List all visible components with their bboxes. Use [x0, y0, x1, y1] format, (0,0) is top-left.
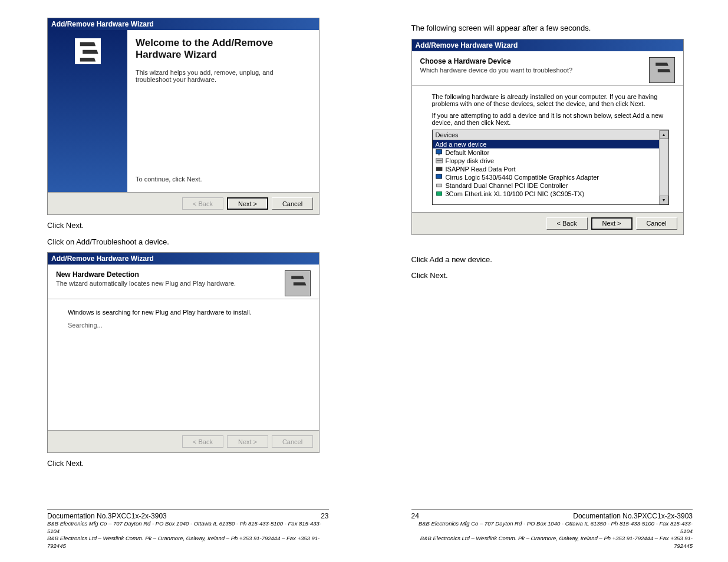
choose-para1: The following hardware is already instal… — [432, 93, 669, 107]
port-icon — [436, 166, 443, 173]
back-button: < Back — [182, 435, 223, 448]
list-item[interactable]: Floppy disk drive — [433, 157, 668, 165]
display-adapter-icon — [436, 174, 443, 181]
header-heading: Choose a Hardware Device — [420, 57, 644, 65]
cancel-button: Cancel — [272, 435, 313, 448]
list-items: Add a new device Default Monitor Floppy … — [433, 140, 668, 198]
back-button[interactable]: < Back — [546, 217, 588, 230]
scroll-up-icon[interactable]: ▴ — [660, 130, 668, 139]
list-item-label: Default Monitor — [446, 149, 490, 156]
page-number: 24 — [411, 512, 419, 520]
back-button: < Back — [182, 197, 223, 210]
instruction-text: Click Next. — [47, 458, 329, 470]
instruction-text: The following screen will appear after a… — [411, 22, 693, 34]
next-button[interactable]: Next > — [591, 217, 633, 230]
svg-rect-0 — [436, 149, 442, 153]
list-item[interactable]: Add a new device — [433, 140, 668, 148]
dialog-title: Add/Remove Hardware Wizard — [48, 18, 319, 30]
footer-line2: B&B Electronics Ltd – Westlink Comm. Pk … — [47, 535, 329, 550]
instruction-text: Click Next. — [411, 270, 693, 282]
next-button[interactable]: Next > — [227, 197, 268, 210]
searching-label: Searching... — [68, 322, 305, 329]
wizard-icon — [75, 38, 101, 64]
detection-body: Windows is searching for new Plug and Pl… — [48, 299, 319, 430]
svg-rect-5 — [436, 174, 442, 178]
welcome-body: Welcome to the Add/Remove Hardware Wizar… — [48, 30, 319, 192]
welcome-desc: This wizard helps you add, remove, unplu… — [136, 69, 311, 83]
wizard-sidebar — [48, 30, 127, 192]
scroll-down-icon[interactable]: ▾ — [660, 196, 668, 204]
list-item-label: Standard Dual Channel PCI IDE Controller — [446, 182, 568, 189]
right-content: The following screen will appear after a… — [411, 18, 693, 505]
button-row: < Back Next > Cancel — [48, 430, 319, 452]
button-row: < Back Next > Cancel — [412, 212, 683, 234]
svg-rect-3 — [436, 160, 442, 160]
choose-para2: If you are attempting to add a device an… — [432, 112, 669, 126]
list-item[interactable]: ISAPNP Read Data Port — [433, 165, 668, 173]
wizard-icon — [649, 57, 675, 83]
button-row: < Back Next > Cancel — [48, 192, 319, 214]
list-item-label: ISAPNP Read Data Port — [446, 166, 516, 173]
ide-icon — [436, 182, 443, 189]
dialog-title: Add/Remove Hardware Wizard — [48, 253, 319, 265]
nic-icon — [436, 190, 443, 197]
page-footer: 24 Documentation No.3PXCC1x-2x-3903 B&B … — [411, 510, 693, 550]
list-item[interactable]: Default Monitor — [433, 148, 668, 157]
footer-line2: B&B Electronics Ltd – Westlink Comm. Pk … — [411, 535, 693, 550]
wizard-header: New Hardware Detection The wizard automa… — [48, 265, 319, 299]
instruction-text: Click on Add/Troubleshoot a device. — [47, 236, 329, 248]
svg-rect-7 — [436, 191, 442, 196]
list-item-label: 3Com EtherLink XL 10/100 PCI NIC (3C905-… — [446, 190, 585, 197]
left-content: Add/Remove Hardware Wizard Welcome to th… — [47, 18, 329, 505]
devices-listbox[interactable]: Devices Add a new device Default Monitor… — [432, 130, 669, 205]
svg-rect-1 — [438, 154, 440, 155]
header-sub: Which hardware device do you want to tro… — [420, 67, 644, 74]
page-footer: Documentation No.3PXCC1x-2x-3903 23 B&B … — [47, 510, 329, 550]
wizard-icon — [285, 270, 311, 296]
list-item-label: Floppy disk drive — [446, 157, 495, 164]
list-item[interactable]: 3Com EtherLink XL 10/100 PCI NIC (3C905-… — [433, 190, 668, 198]
footer-line1: B&B Electronics Mfg Co – 707 Dayton Rd -… — [411, 520, 693, 535]
searching-msg: Windows is searching for new Plug and Pl… — [68, 309, 305, 316]
dialog-choose-device: Add/Remove Hardware Wizard Choose a Hard… — [411, 39, 684, 235]
instruction-text: Click Add a new device. — [411, 254, 693, 266]
page-right: The following screen will appear after a… — [364, 0, 729, 562]
list-item-label: Cirrus Logic 5430/5440 Compatible Graphi… — [446, 174, 599, 181]
wizard-header: Choose a Hardware Device Which hardware … — [412, 51, 683, 86]
doc-number: Documentation No.3PXCC1x-2x-3903 — [47, 512, 167, 520]
welcome-main: Welcome to the Add/Remove Hardware Wizar… — [127, 30, 319, 192]
svg-rect-6 — [436, 184, 442, 187]
list-item[interactable]: Cirrus Logic 5430/5440 Compatible Graphi… — [433, 173, 668, 181]
cancel-button[interactable]: Cancel — [272, 197, 313, 210]
doc-number: Documentation No.3PXCC1x-2x-3903 — [573, 512, 693, 520]
header-sub: The wizard automatically locates new Plu… — [56, 280, 280, 287]
footer-line1: B&B Electronics Mfg Co – 707 Dayton Rd -… — [47, 520, 329, 535]
welcome-heading: Welcome to the Add/Remove Hardware Wizar… — [136, 37, 311, 61]
choose-body: The following hardware is already instal… — [412, 86, 683, 212]
svg-rect-4 — [436, 167, 442, 171]
scrollbar[interactable]: ▴ ▾ — [659, 130, 668, 204]
dialog-welcome: Add/Remove Hardware Wizard Welcome to th… — [47, 18, 319, 215]
page-number: 23 — [321, 512, 328, 520]
list-item-label: Add a new device — [436, 141, 487, 148]
page-left: Add/Remove Hardware Wizard Welcome to th… — [0, 0, 364, 562]
instruction-text: Click Next. — [47, 220, 329, 232]
monitor-icon — [436, 149, 443, 156]
welcome-continue: To continue, click Next. — [136, 176, 311, 183]
list-header: Devices — [433, 130, 668, 140]
dialog-title: Add/Remove Hardware Wizard — [412, 39, 683, 51]
next-button: Next > — [227, 435, 268, 448]
header-heading: New Hardware Detection — [56, 270, 280, 279]
cancel-button[interactable]: Cancel — [636, 217, 677, 230]
dialog-detection: Add/Remove Hardware Wizard New Hardware … — [47, 252, 319, 453]
floppy-icon — [436, 157, 443, 164]
list-item[interactable]: Standard Dual Channel PCI IDE Controller — [433, 181, 668, 190]
